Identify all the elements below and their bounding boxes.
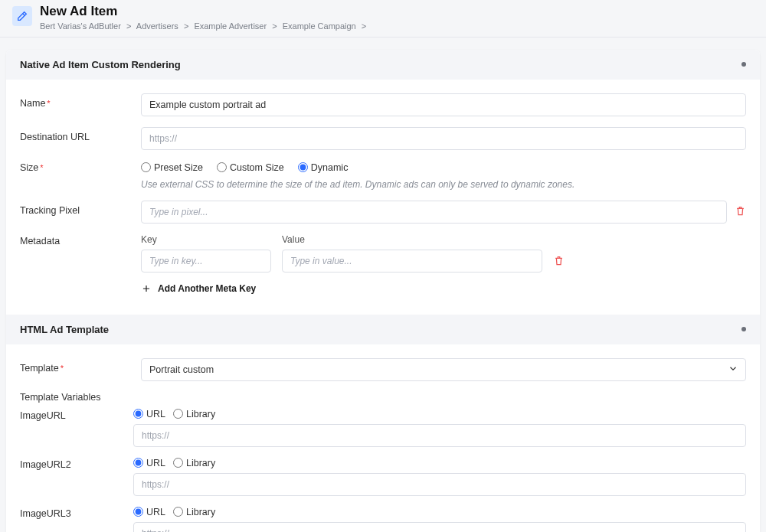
var-url-input[interactable] — [133, 522, 746, 532]
meta-key-label: Key — [141, 234, 271, 245]
var-library-radio[interactable]: Library — [173, 507, 215, 517]
template-variable-label: ImageURL2 — [20, 458, 133, 470]
section-body-template: Template* Portrait custom Template Varia… — [6, 344, 760, 532]
chevron-right-icon: > — [272, 21, 277, 31]
breadcrumb-item[interactable]: Advertisers — [136, 21, 178, 31]
var-library-radio[interactable]: Library — [173, 458, 215, 468]
var-url-radio[interactable]: URL — [133, 409, 165, 419]
collapse-dot-icon — [741, 327, 746, 331]
section-title: HTML Ad Template — [20, 324, 109, 335]
chevron-right-icon: > — [184, 21, 188, 31]
page-title: New Ad Item — [40, 5, 369, 19]
breadcrumb-item[interactable]: Example Advertiser — [194, 21, 267, 31]
ad-item-card: Native Ad Item Custom Rendering Name* De… — [6, 50, 760, 532]
destination-url-input[interactable] — [141, 127, 746, 150]
template-label: Template* — [20, 358, 133, 374]
edit-icon — [12, 6, 32, 26]
template-variable-row: ImageURL3 URL Library — [20, 507, 746, 532]
breadcrumb: Bert Varias's AdButler > Advertisers > E… — [40, 21, 369, 31]
breadcrumb-item[interactable]: Bert Varias's AdButler — [40, 21, 121, 31]
size-radio-preset[interactable]: Preset Size — [141, 162, 203, 173]
var-url-input[interactable] — [133, 424, 746, 447]
tracking-pixel-label: Tracking Pixel — [20, 201, 133, 216]
size-helper-text: Use external CSS to determine the size o… — [141, 179, 746, 190]
collapse-dot-icon — [741, 62, 746, 67]
section-header-rendering[interactable]: Native Ad Item Custom Rendering — [6, 50, 760, 80]
template-variable-row: ImageURL URL Library — [20, 409, 746, 447]
var-url-radio[interactable]: URL — [133, 458, 165, 468]
trash-icon[interactable] — [735, 205, 746, 219]
metadata-label: Metadata — [20, 234, 133, 246]
name-label: Name* — [20, 93, 133, 109]
template-select[interactable]: Portrait custom — [141, 358, 746, 381]
section-header-template[interactable]: HTML Ad Template — [6, 315, 760, 344]
size-radio-dynamic[interactable]: Dynamic — [298, 162, 349, 173]
meta-value-input[interactable] — [282, 250, 542, 273]
section-body-rendering: Name* Destination URL Size* Preset Size — [6, 80, 760, 315]
destination-url-label: Destination URL — [20, 127, 133, 142]
template-variable-row: ImageURL2 URL Library — [20, 458, 746, 496]
var-url-radio[interactable]: URL — [133, 507, 165, 517]
trash-icon[interactable] — [553, 257, 565, 269]
chevron-right-icon: > — [126, 21, 131, 31]
var-url-input[interactable] — [133, 473, 746, 496]
meta-key-input[interactable] — [141, 250, 271, 273]
template-variables-heading: Template Variables — [20, 392, 746, 403]
page-header: New Ad Item Bert Varias's AdButler > Adv… — [0, 0, 766, 38]
var-library-radio[interactable]: Library — [173, 409, 215, 419]
size-radio-custom[interactable]: Custom Size — [217, 162, 284, 173]
chevron-right-icon: > — [362, 21, 366, 31]
size-label: Size* — [20, 161, 133, 173]
add-meta-button[interactable]: Add Another Meta Key — [141, 283, 256, 294]
meta-value-label: Value — [282, 234, 542, 245]
section-title: Native Ad Item Custom Rendering — [20, 59, 181, 70]
breadcrumb-item[interactable]: Example Campaign — [283, 21, 356, 31]
template-variable-label: ImageURL — [20, 409, 133, 421]
name-input[interactable] — [141, 93, 746, 116]
template-variable-label: ImageURL3 — [20, 507, 133, 519]
tracking-pixel-input[interactable] — [141, 201, 727, 224]
